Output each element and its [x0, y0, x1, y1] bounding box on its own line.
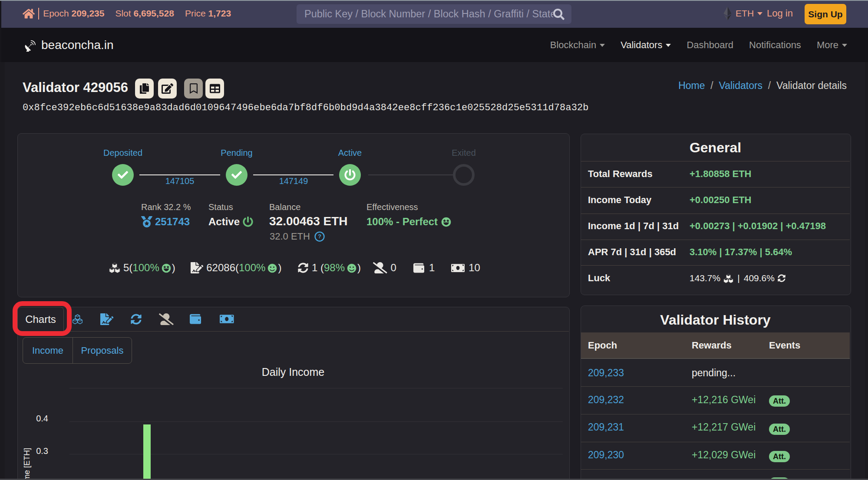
svg-text:?: ? — [318, 233, 321, 240]
